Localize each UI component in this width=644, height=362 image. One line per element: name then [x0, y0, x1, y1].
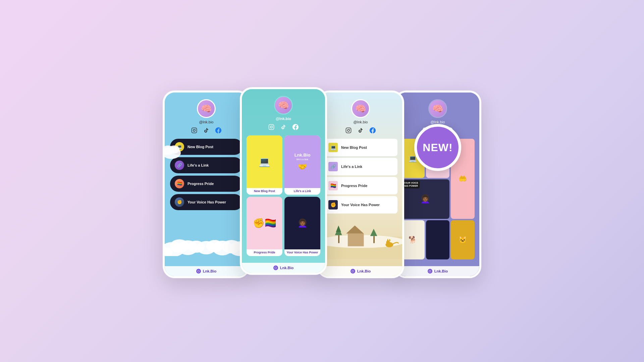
- username-1: @lnk.bio: [199, 120, 214, 124]
- svg-marker-26: [346, 226, 364, 234]
- svg-rect-25: [348, 234, 364, 246]
- grid-label-voice: Your Voice Has Power: [284, 249, 320, 256]
- username-4: @lnk.bio: [431, 120, 445, 124]
- tt-icon-2[interactable]: [280, 123, 287, 131]
- phones-container: 🧠 @lnk.bio: [163, 90, 481, 278]
- grid-label-blog: New Blog Post: [247, 188, 282, 195]
- ig-icon-3[interactable]: [345, 127, 352, 134]
- phone-3: 🧠 @lnk.bio: [317, 90, 404, 278]
- footer-logo-icon-1: ⬡: [196, 269, 201, 274]
- svg-rect-14: [192, 128, 197, 133]
- footer-logo-icon-2: ⬡: [273, 265, 278, 270]
- svg-point-18: [270, 126, 272, 128]
- social-icons-1: [191, 127, 222, 134]
- list-item-life[interactable]: 🔗 Life's a Link: [324, 158, 397, 175]
- link-btn-voice[interactable]: ✊ Your Voice Has Power: [170, 194, 243, 210]
- footer-1: ⬡ Lnk.Bio: [165, 266, 248, 276]
- ig-icon-2[interactable]: [268, 123, 275, 131]
- grid-label-pride: Progress Pride: [247, 249, 282, 256]
- grid-2x2: 💻 New Blog Post Lnk.Bio life's a link 🤝 …: [247, 135, 320, 256]
- tt-icon-3[interactable]: [357, 127, 364, 134]
- link-list-3: 💻 New Blog Post 🔗 Life's a Link 🏳️‍🌈 Pro…: [324, 139, 397, 214]
- phone-2: 🧠 @lnk.bio: [240, 87, 327, 275]
- list-item-voice[interactable]: ✊ Your Voice Has Power: [324, 196, 397, 214]
- new-badge: NEW!: [414, 124, 461, 171]
- grid-card-blog[interactable]: 💻 New Blog Post: [247, 135, 282, 195]
- svg-point-15: [193, 129, 195, 131]
- avatar-2: 🧠: [274, 96, 293, 115]
- svg-point-19: [272, 125, 273, 126]
- footer-logo-icon-3: ⬡: [351, 269, 355, 274]
- footer-3: ⬡ Lnk.Bio: [319, 266, 402, 276]
- avatar: 🧠: [197, 99, 216, 118]
- svg-point-16: [195, 129, 196, 129]
- cloud-decoration: [163, 216, 250, 256]
- list-item-pride[interactable]: 🏳️‍🌈 Progress Pride: [324, 177, 397, 194]
- avatar-emoji-2: 🧠: [278, 100, 289, 111]
- link-btn-pride[interactable]: 🏳️‍🌈 Progress Pride: [170, 176, 243, 192]
- tiktok-icon[interactable]: [203, 127, 210, 134]
- mosaic-dog[interactable]: 🐕: [401, 220, 425, 259]
- grid-label-lnk: Life's a Link: [284, 188, 320, 195]
- username-3: @lnk.bio: [354, 120, 368, 124]
- svg-point-21: [347, 129, 350, 131]
- avatar-emoji: 🧠: [201, 104, 212, 114]
- phone-1: 🧠 @lnk.bio: [163, 90, 250, 278]
- svg-marker-31: [370, 229, 377, 236]
- svg-point-13: [169, 145, 179, 154]
- list-item-blog[interactable]: 💻 New Blog Post: [324, 139, 397, 156]
- footer-2: ⬡ Lnk.Bio: [242, 263, 325, 273]
- cloud-left: [163, 139, 181, 160]
- footer-4: ⬡ Lnk.Bio: [396, 266, 479, 276]
- new-badge-label: NEW!: [423, 141, 452, 154]
- avatar-emoji-4: 🧠: [432, 104, 443, 114]
- avatar-emoji-3: 🧠: [355, 104, 366, 114]
- fb-icon-2[interactable]: [292, 123, 299, 131]
- svg-rect-30: [373, 236, 375, 243]
- fb-icon-3[interactable]: [369, 127, 376, 134]
- mosaic-cat[interactable]: 🐱: [451, 220, 475, 259]
- svg-rect-17: [269, 125, 274, 130]
- username-2: @lnk.bio: [276, 117, 291, 121]
- facebook-icon[interactable]: [215, 127, 222, 134]
- grid-card-pride[interactable]: ✊🏳️‍🌈 Progress Pride: [247, 197, 282, 256]
- avatar-4: 🧠: [428, 99, 447, 118]
- svg-point-33: [386, 241, 390, 244]
- svg-rect-20: [346, 128, 351, 133]
- grid-card-voice[interactable]: 👩🏾‍🦱 Your Voice Has Power: [284, 197, 320, 256]
- svg-rect-27: [338, 235, 339, 243]
- phone-4: 🧠 @lnk.bio: [394, 90, 481, 278]
- link-btn-life[interactable]: 🔗 Life's a Link: [170, 157, 243, 173]
- avatar-3: 🧠: [351, 99, 370, 118]
- mosaic-dark[interactable]: [426, 220, 450, 259]
- footer-logo-icon-4: ⬡: [428, 269, 432, 274]
- instagram-icon[interactable]: [191, 127, 198, 134]
- winter-scene: [319, 217, 402, 260]
- social-icons-3: [345, 127, 376, 134]
- mosaic-voice[interactable]: 👩🏾‍🦱 YOUR VOICEHAS POWER: [401, 179, 449, 219]
- grid-card-lnk[interactable]: Lnk.Bio life's a link 🤝 Life's a Link: [284, 135, 320, 195]
- social-icons-2: [268, 123, 299, 131]
- svg-point-22: [350, 129, 350, 129]
- svg-marker-29: [336, 226, 341, 232]
